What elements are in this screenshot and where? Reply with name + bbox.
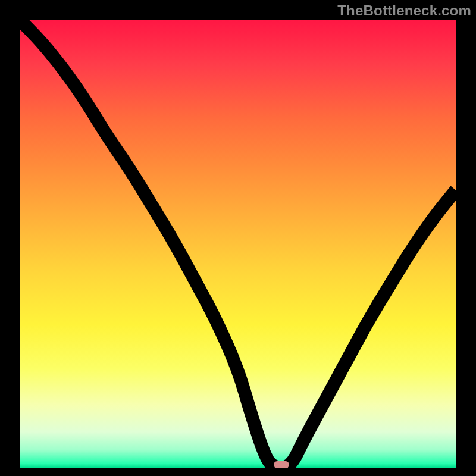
watermark-text: TheBottleneck.com [337, 2, 471, 19]
bottleneck-curve [20, 20, 456, 468]
sweet-spot-marker [274, 461, 289, 468]
chart-frame: TheBottleneck.com [0, 0, 476, 476]
plot-area [20, 20, 456, 468]
curve-path [20, 20, 456, 468]
